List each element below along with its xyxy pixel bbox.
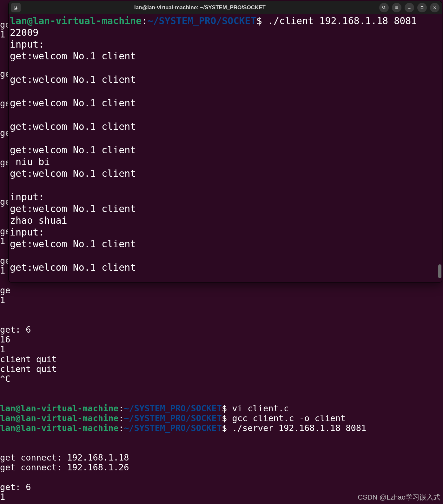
search-button[interactable] — [379, 3, 389, 12]
maximize-icon — [420, 5, 424, 10]
scrollbar-thumb[interactable] — [438, 264, 441, 278]
window-title: lan@lan-virtual-machine: ~/SYSTEM_PRO/SO… — [23, 4, 377, 11]
maximize-button[interactable] — [417, 3, 427, 12]
bg-lines-1: get: 6 16 1 client quit client quit ^C — [0, 325, 443, 384]
bg-prompt-line: lan@lan-virtual-machine:~/SYSTEM_PRO/SOC… — [0, 413, 443, 423]
bg-prompt-line: lan@lan-virtual-machine:~/SYSTEM_PRO/SOC… — [0, 423, 443, 433]
bg-prompt-line: lan@lan-virtual-machine:~/SYSTEM_PRO/SOC… — [0, 403, 443, 413]
terminal-output: 22009 input: get:welcom No.1 client get:… — [10, 27, 136, 273]
hamburger-icon — [394, 5, 399, 10]
prompt-cmd: ./client 192.168.1.18 8081 — [262, 15, 417, 26]
svg-line-4 — [385, 8, 386, 9]
prompt-sep: : — [142, 15, 147, 26]
search-icon — [382, 5, 386, 10]
bg-prompts: lan@lan-virtual-machine:~/SYSTEM_PRO/SOC… — [0, 403, 443, 433]
prompt-path: ~/SYSTEM_PRO/SOCKET — [147, 15, 256, 26]
svg-rect-9 — [421, 7, 423, 9]
watermark: CSDN @Lzhao学习嵌入式 — [358, 493, 440, 502]
close-button[interactable] — [430, 3, 440, 12]
terminal-window: lan@lan-virtual-machine: ~/SYSTEM_PRO/SO… — [8, 1, 442, 283]
minimize-icon — [407, 5, 412, 10]
titlebar: lan@lan-virtual-machine: ~/SYSTEM_PRO/SO… — [9, 1, 442, 14]
svg-point-3 — [382, 6, 385, 8]
minimize-button[interactable] — [405, 3, 414, 12]
menu-button[interactable] — [392, 3, 401, 12]
prompt-user: lan@lan-virtual-machine — [10, 15, 142, 26]
terminal-body[interactable]: lan@lan-virtual-machine:~/SYSTEM_PRO/SOC… — [9, 14, 442, 274]
new-tab-icon — [13, 5, 18, 10]
new-tab-button[interactable] — [11, 3, 21, 12]
close-icon — [433, 5, 437, 10]
prompt-dollar: $ — [256, 15, 262, 26]
window-buttons — [379, 3, 440, 12]
